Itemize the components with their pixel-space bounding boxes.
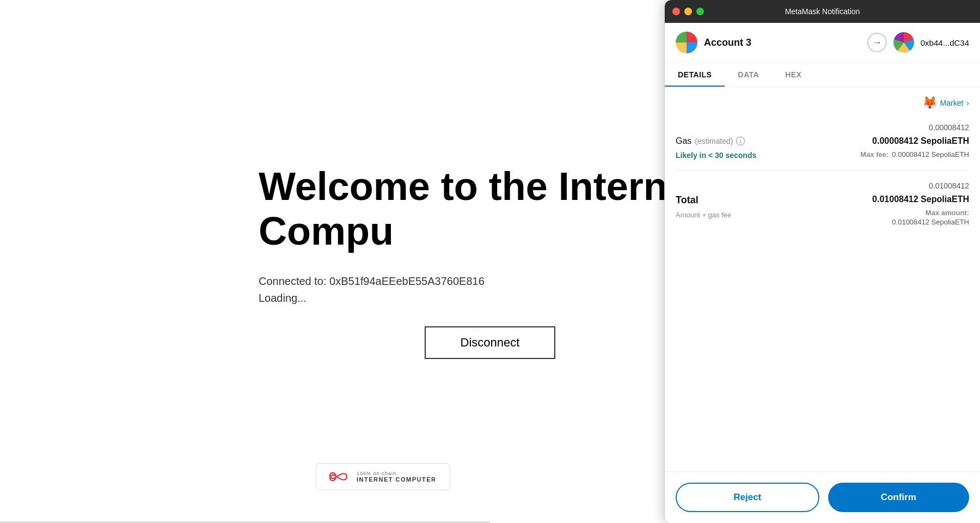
tabs-bar: DETAILS DATA HEX: [665, 63, 980, 87]
gas-right: 0.00008412 SepoliaETH Max fee: 0.0000841…: [860, 136, 969, 159]
destination-avatar: [893, 32, 914, 53]
market-row[interactable]: 🦊 Market ›: [676, 87, 969, 114]
account-header: Account 3 → 0xb44...dC34: [665, 23, 980, 63]
max-amount-row: Max amount: 0.01008412 SepoliaETH: [872, 209, 969, 226]
total-left: Total Amount + gas fee: [676, 194, 731, 220]
window-title: MetaMask Notification: [785, 7, 860, 16]
reject-button[interactable]: Reject: [676, 483, 819, 512]
total-amount-small: 0.01008412: [676, 181, 969, 190]
chevron-right-icon: ›: [966, 99, 969, 107]
destination-address: 0xb44...dC34: [921, 38, 969, 47]
arrow-right-icon: →: [872, 37, 882, 48]
market-label: Market: [940, 99, 964, 107]
loading-text: Loading...: [259, 292, 721, 305]
metamask-window: MetaMask Notification Account 3 → 0xb44.…: [664, 0, 980, 523]
gas-amount-small: 0.00008412: [676, 123, 969, 132]
ic-text: 100% on-chain INTERNET COMPUTER: [357, 471, 437, 483]
amount-gas-label: Amount + gas fee: [676, 210, 731, 220]
disconnect-button[interactable]: Disconnect: [425, 326, 555, 359]
ic-tagline: 100% on-chain: [357, 471, 437, 476]
gas-text: Gas: [676, 136, 691, 146]
tab-details[interactable]: DETAILS: [665, 63, 725, 87]
total-row: Total Amount + gas fee 0.01008412 Sepoli…: [676, 194, 969, 226]
gas-section: 0.00008412 Gas (estimated) i Likely in <…: [676, 114, 969, 171]
tab-content: 🦊 Market › 0.00008412 Gas (estimated) i …: [665, 87, 980, 471]
gas-left: Gas (estimated) i Likely in < 30 seconds: [676, 136, 756, 161]
titlebar: MetaMask Notification: [665, 0, 980, 23]
minimize-button[interactable]: [684, 8, 692, 15]
maximize-button[interactable]: [696, 8, 704, 15]
max-fee-label: Max fee:: [860, 150, 889, 159]
arrow-button[interactable]: →: [867, 33, 887, 52]
tab-hex[interactable]: HEX: [772, 63, 814, 87]
gas-label: Gas (estimated) i: [676, 136, 756, 146]
account-avatar: [676, 32, 697, 53]
max-amount-label: Max amount:: [926, 209, 969, 217]
gas-estimated-text: (estimated): [695, 137, 733, 145]
max-amount-value: 0.01008412 SepoliaETH: [892, 218, 969, 226]
fox-icon: 🦊: [922, 96, 937, 110]
tab-data[interactable]: DATA: [725, 63, 772, 87]
total-label: Total: [676, 194, 731, 206]
page-title: Welcome to the Internet Compu: [259, 164, 721, 253]
ic-infinity-icon: [329, 470, 351, 483]
total-right: 0.01008412 SepoliaETH Max amount: 0.0100…: [872, 194, 969, 226]
total-section: 0.01008412 Total Amount + gas fee 0.0100…: [676, 171, 969, 237]
traffic-lights: [672, 8, 704, 15]
gas-eth-amount: 0.00008412 SepoliaETH: [860, 136, 969, 146]
max-fee-row: Max fee: 0.00008412 SepoliaETH: [860, 150, 969, 159]
info-icon[interactable]: i: [736, 137, 745, 145]
total-eth-amount: 0.01008412 SepoliaETH: [872, 194, 969, 204]
likely-text: Likely in < 30 seconds: [676, 150, 756, 161]
confirm-button[interactable]: Confirm: [828, 483, 970, 512]
connected-text: Connected to: 0xB51f94aEEebE55A3760E816: [259, 275, 721, 288]
gas-row: Gas (estimated) i Likely in < 30 seconds…: [676, 136, 969, 161]
close-button[interactable]: [672, 8, 680, 15]
footer-buttons: Reject Confirm: [665, 471, 980, 523]
account-name: Account 3: [704, 37, 861, 48]
max-fee-value: 0.00008412 SepoliaETH: [892, 150, 969, 159]
ic-brand: INTERNET COMPUTER: [357, 476, 437, 483]
ic-logo-box: 100% on-chain INTERNET COMPUTER: [316, 463, 450, 490]
ic-logo-container: 100% on-chain INTERNET COMPUTER: [316, 463, 450, 490]
